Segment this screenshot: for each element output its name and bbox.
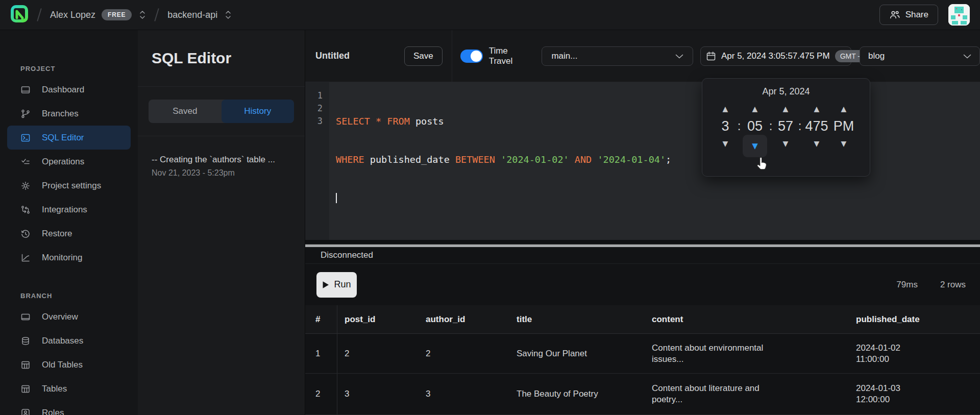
column-header-published-date: published_date bbox=[849, 314, 980, 325]
second-down-button[interactable]: ▼ bbox=[779, 138, 793, 149]
sidebar-item-sql-editor[interactable]: SQL Editor bbox=[7, 126, 131, 150]
sidebar-item-label: SQL Editor bbox=[42, 133, 84, 143]
sidebar-item-databases[interactable]: Databases bbox=[7, 329, 131, 353]
results-table-header: # post_id author_id title content publis… bbox=[305, 305, 980, 334]
gear-icon bbox=[20, 181, 31, 191]
hour-down-button[interactable]: ▼ bbox=[719, 138, 732, 149]
cell-published-date: 2024-01-02 11:00:00 bbox=[849, 343, 980, 365]
query-name: Untitled bbox=[315, 51, 350, 61]
history-query-text: -- Creating the `authors` table ... bbox=[152, 155, 291, 165]
row-count: 2 rows bbox=[940, 280, 966, 290]
datetime-picker-popup: Apr 5, 2024 ▲ ▲ ▲ ▲ ▲ 3 : 05 : 57 : 475 … bbox=[702, 78, 870, 177]
sidebar-item-old-tables[interactable]: Old Tables bbox=[7, 353, 131, 377]
tabs-block: Saved History bbox=[138, 87, 305, 136]
line-number-gutter: 1 2 3 bbox=[305, 82, 329, 240]
sidebar-item-label: Old Tables bbox=[42, 360, 83, 370]
history-timestamp: Nov 21, 2023 - 5:23pm bbox=[152, 168, 291, 178]
sidebar-item-label: Restore bbox=[42, 229, 72, 239]
sidebar-section-project: PROJECT bbox=[0, 65, 138, 78]
sql-history-panel: SQL Editor Saved History -- Creating the… bbox=[138, 30, 305, 415]
millisecond-down-button[interactable]: ▼ bbox=[810, 138, 824, 149]
datetime-picker-button[interactable]: Apr 5, 2024 3:05:57.475 PM GMT -03:00 bbox=[700, 46, 851, 66]
cell-title: The Beauty of Poetry bbox=[509, 388, 645, 400]
sidebar-item-label: Branches bbox=[42, 109, 79, 119]
sidebar-item-tables[interactable]: Tables bbox=[7, 377, 131, 401]
branches-icon bbox=[20, 109, 31, 119]
run-button[interactable]: Run bbox=[316, 272, 357, 298]
project-switcher-chevrons-icon[interactable] bbox=[225, 10, 232, 20]
sidebar-section-branch: BRANCH bbox=[0, 292, 138, 305]
dashboard-icon bbox=[20, 85, 31, 95]
meridiem-value: PM bbox=[834, 118, 854, 134]
column-header-post-id: post_id bbox=[337, 314, 419, 325]
breadcrumb-separator bbox=[37, 8, 42, 21]
sidebar-item-monitoring[interactable]: Monitoring bbox=[7, 246, 131, 270]
restore-icon bbox=[20, 229, 31, 239]
meridiem-down-button[interactable]: ▼ bbox=[837, 138, 851, 149]
breadcrumb-user[interactable]: Alex Lopez bbox=[50, 10, 95, 20]
cell-post-id: 3 bbox=[337, 389, 419, 399]
millisecond-up-button[interactable]: ▲ bbox=[810, 103, 824, 114]
sidebar-item-dashboard[interactable]: Dashboard bbox=[7, 78, 131, 102]
top-bar: Alex Lopez FREE backend-api Share bbox=[0, 0, 980, 30]
minute-down-button[interactable]: ▼ bbox=[743, 135, 767, 157]
share-button-label: Share bbox=[905, 10, 928, 20]
cell-row-number: 2 bbox=[305, 374, 337, 414]
connection-status-bar: Disconnected bbox=[305, 247, 980, 264]
column-header-author-id: author_id bbox=[419, 314, 509, 325]
cell-published-date: 2024-01-03 12:00:00 bbox=[849, 383, 980, 405]
sidebar-item-project-settings[interactable]: Project settings bbox=[7, 174, 131, 198]
code-line-1: SELECT * FROM posts bbox=[336, 115, 671, 128]
hour-up-button[interactable]: ▲ bbox=[719, 103, 732, 114]
sql-editor-icon bbox=[20, 133, 31, 143]
sidebar-item-operations[interactable]: Operations bbox=[7, 150, 131, 174]
meridiem-up-button[interactable]: ▲ bbox=[837, 103, 851, 114]
branch-selector-dropdown[interactable]: main... bbox=[542, 46, 693, 66]
run-button-label: Run bbox=[334, 279, 351, 290]
cell-row-number: 1 bbox=[305, 334, 337, 373]
operations-icon bbox=[20, 157, 31, 167]
sidebar-item-restore[interactable]: Restore bbox=[7, 222, 131, 246]
cell-author-id: 3 bbox=[419, 389, 509, 399]
database-selector-dropdown[interactable]: blog bbox=[860, 46, 980, 66]
sidebar-item-label: Dashboard bbox=[42, 85, 84, 95]
sidebar-item-label: Integrations bbox=[42, 205, 87, 215]
save-button[interactable]: Save bbox=[404, 46, 443, 66]
avatar[interactable] bbox=[948, 4, 970, 26]
sidebar-item-label: Project settings bbox=[42, 181, 101, 191]
datetime-picker-date: Apr 5, 2024 bbox=[702, 86, 870, 97]
tab-history[interactable]: History bbox=[222, 100, 295, 123]
plan-badge: FREE bbox=[102, 9, 132, 20]
overview-icon bbox=[20, 312, 31, 322]
sidebar-item-integrations[interactable]: Integrations bbox=[7, 198, 131, 222]
editor-bottom-gap bbox=[305, 240, 980, 244]
code-line-2: WHERE published_date BETWEEN '2024-01-02… bbox=[336, 153, 671, 166]
results-table: # post_id author_id title content publis… bbox=[305, 305, 980, 415]
neon-logo-icon[interactable] bbox=[10, 5, 29, 25]
saved-history-tabs: Saved History bbox=[149, 100, 294, 123]
code-line-3 bbox=[336, 191, 671, 204]
database-selector-value: blog bbox=[868, 51, 885, 61]
sidebar-item-branches[interactable]: Branches bbox=[7, 102, 131, 126]
minute-up-button[interactable]: ▲ bbox=[748, 103, 762, 114]
toggle-knob bbox=[471, 51, 482, 62]
table-icon bbox=[20, 360, 31, 370]
breadcrumb-separator bbox=[155, 8, 160, 21]
user-switcher-chevrons-icon[interactable] bbox=[139, 10, 146, 20]
sidebar-item-overview[interactable]: Overview bbox=[7, 305, 131, 329]
sidebar-item-roles[interactable]: Roles bbox=[7, 401, 131, 415]
breadcrumb-project[interactable]: backend-api bbox=[167, 10, 217, 20]
second-up-button[interactable]: ▲ bbox=[779, 103, 793, 114]
sql-code-editor[interactable]: 1 2 3 SELECT * FROM posts WHERE publishe… bbox=[305, 82, 980, 240]
line-number: 1 bbox=[305, 89, 329, 102]
line-number: 3 bbox=[305, 115, 329, 128]
sidebar: PROJECT Dashboard Branches SQL Editor Op… bbox=[0, 30, 138, 415]
share-button[interactable]: Share bbox=[879, 5, 938, 25]
run-toolbar: Run 79ms 2 rows bbox=[305, 264, 980, 305]
time-travel-label: Time Travel bbox=[489, 46, 531, 66]
tab-saved[interactable]: Saved bbox=[149, 100, 222, 123]
time-spinner: ▲ ▲ ▲ ▲ ▲ 3 : 05 : 57 : 475 PM ▼ ▼ ▼ ▼ ▼ bbox=[702, 101, 870, 151]
history-list-item[interactable]: -- Creating the `authors` table ... Nov … bbox=[138, 136, 305, 178]
time-travel-toggle[interactable] bbox=[460, 50, 483, 63]
sidebar-item-label: Databases bbox=[42, 336, 83, 346]
